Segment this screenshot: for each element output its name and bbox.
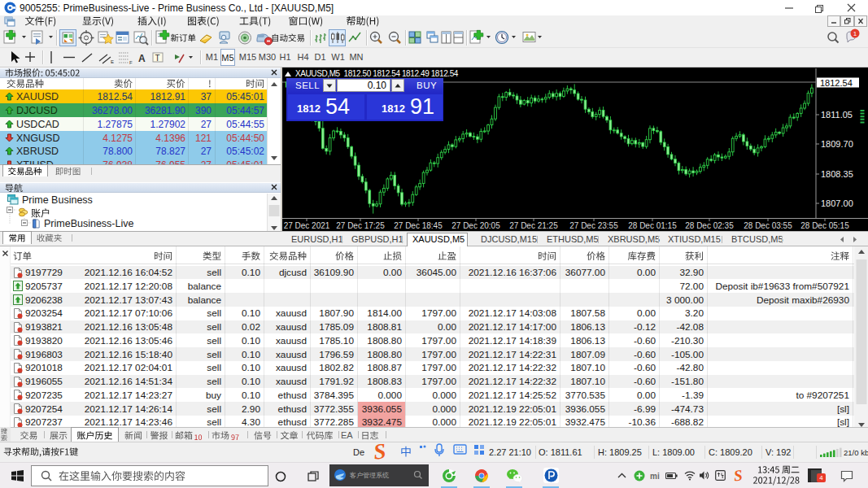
svg-text:A: A bbox=[138, 53, 146, 64]
svg-text:T: T bbox=[155, 54, 160, 63]
svg-text:E: E bbox=[111, 59, 114, 64]
svg-text:27 Dec 2021: 27 Dec 2021 bbox=[284, 221, 330, 230]
svg-text:27 Dec 17:25: 27 Dec 17:25 bbox=[336, 221, 385, 230]
svg-text:S: S bbox=[733, 468, 744, 484]
svg-text:1811.05: 1811.05 bbox=[821, 110, 853, 120]
svg-text:27 Dec 18:45: 27 Dec 18:45 bbox=[394, 221, 443, 230]
svg-text:1: 1 bbox=[853, 30, 857, 37]
svg-text:S: S bbox=[373, 441, 387, 463]
svg-text:1809.70: 1809.70 bbox=[821, 139, 853, 149]
svg-text:28 Dec 03:55: 28 Dec 03:55 bbox=[744, 221, 792, 230]
svg-text:28 Dec 02:35: 28 Dec 02:35 bbox=[685, 221, 734, 230]
svg-text:28 Dec 01:15: 28 Dec 01:15 bbox=[628, 221, 677, 230]
svg-text:27 Dec 20:05: 27 Dec 20:05 bbox=[451, 221, 500, 230]
svg-text:1807.00: 1807.00 bbox=[821, 198, 853, 208]
svg-text:1808.35: 1808.35 bbox=[821, 169, 853, 179]
svg-text:F: F bbox=[129, 60, 133, 65]
svg-text:27 Dec 23:55: 27 Dec 23:55 bbox=[569, 221, 618, 230]
svg-text:28 Dec 05:15: 28 Dec 05:15 bbox=[800, 221, 849, 230]
svg-text:27 Dec 21:25: 27 Dec 21:25 bbox=[509, 221, 558, 230]
svg-text:1812.54: 1812.54 bbox=[820, 78, 853, 88]
